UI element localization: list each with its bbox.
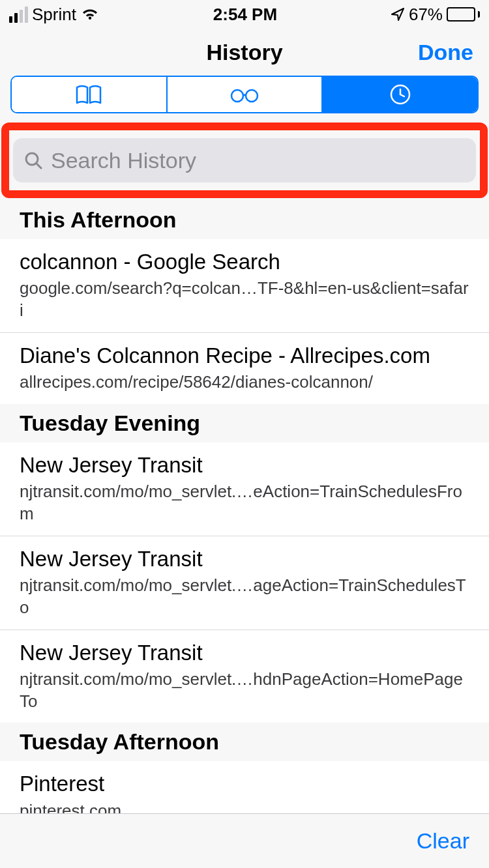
status-left: Sprint <box>9 5 100 25</box>
section-header: This Afternoon <box>0 201 489 239</box>
history-row-title: Pinterest <box>20 770 469 797</box>
history-row-title: New Jersey Transit <box>20 639 469 666</box>
svg-point-0 <box>231 90 243 102</box>
history-row-url: allrecipes.com/recipe/58642/dianes-colca… <box>20 371 469 394</box>
tab-bookmarks[interactable] <box>12 77 168 112</box>
history-row-url: google.com/search?q=colcan…TF-8&hl=en-us… <box>20 278 469 322</box>
battery-percent: 67% <box>409 5 443 25</box>
search-icon <box>23 151 43 170</box>
done-button[interactable]: Done <box>418 40 473 65</box>
history-row-url: njtransit.com/mo/mo_servlet.…eAction=Tra… <box>20 481 469 525</box>
signal-bars-icon <box>9 7 28 23</box>
wifi-icon <box>80 7 100 22</box>
tab-reading-list[interactable] <box>168 77 323 112</box>
svg-line-4 <box>37 164 41 168</box>
history-row-title: Diane's Colcannon Recipe - Allrecipes.co… <box>20 342 469 369</box>
history-row[interactable]: New Jersey Transitnjtransit.com/mo/mo_se… <box>0 442 489 536</box>
tab-history[interactable] <box>323 77 477 112</box>
section-header: Tuesday Evening <box>0 404 489 442</box>
status-right: 67% <box>391 5 480 25</box>
annotation-highlight <box>1 123 488 198</box>
bottom-toolbar: Clear <box>0 813 489 868</box>
location-icon <box>391 7 405 22</box>
battery-icon <box>447 7 480 22</box>
carrier-label: Sprint <box>32 5 76 25</box>
status-time: 2:54 PM <box>213 5 277 25</box>
section-header: Tuesday Afternoon <box>0 723 489 761</box>
history-row-title: New Jersey Transit <box>20 452 469 478</box>
history-row[interactable]: New Jersey Transitnjtransit.com/mo/mo_se… <box>0 630 489 723</box>
nav-header: History Done <box>0 29 489 76</box>
search-field[interactable] <box>13 138 476 182</box>
history-row-title: New Jersey Transit <box>20 545 469 572</box>
segmented-control <box>10 76 479 113</box>
history-row-url: njtransit.com/mo/mo_servlet.…hdnPageActi… <box>20 669 469 713</box>
history-row[interactable]: colcannon - Google Searchgoogle.com/sear… <box>0 239 489 333</box>
status-bar: Sprint 2:54 PM 67% <box>0 0 489 29</box>
history-row-url: njtransit.com/mo/mo_servlet.…ageAction=T… <box>20 575 469 619</box>
search-input[interactable] <box>51 148 466 173</box>
history-row-title: colcannon - Google Search <box>20 248 469 275</box>
page-title: History <box>206 40 282 65</box>
history-row[interactable]: Diane's Colcannon Recipe - Allrecipes.co… <box>0 333 489 404</box>
clear-button[interactable]: Clear <box>417 828 469 854</box>
history-list: This Afternooncolcannon - Google Searchg… <box>0 201 489 868</box>
svg-point-1 <box>246 90 258 102</box>
history-row[interactable]: New Jersey Transitnjtransit.com/mo/mo_se… <box>0 536 489 630</box>
